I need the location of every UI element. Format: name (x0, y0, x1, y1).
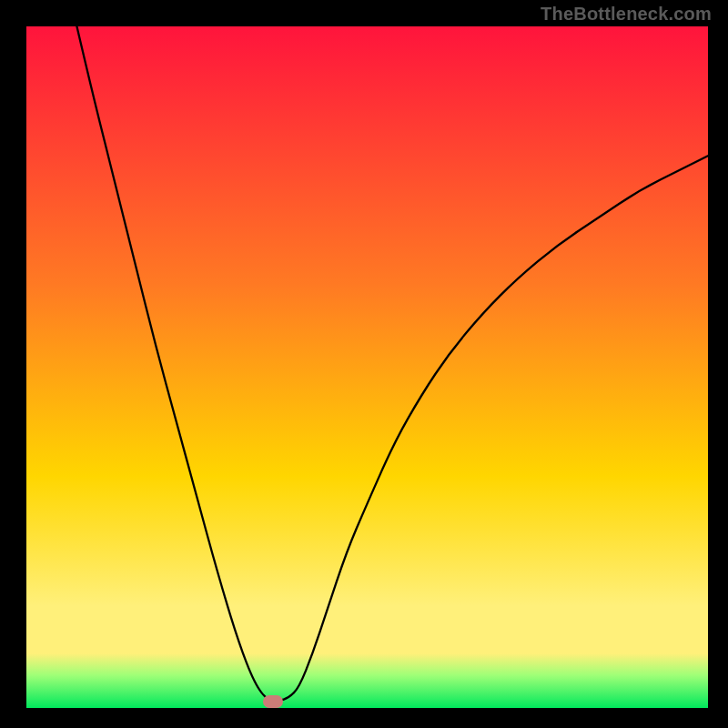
chart-canvas: TheBottleneck.com (0, 0, 728, 728)
minimum-point-marker (263, 695, 283, 708)
watermark-text: TheBottleneck.com (541, 4, 712, 25)
plot-background (26, 26, 708, 708)
bottleneck-plot (0, 0, 728, 728)
